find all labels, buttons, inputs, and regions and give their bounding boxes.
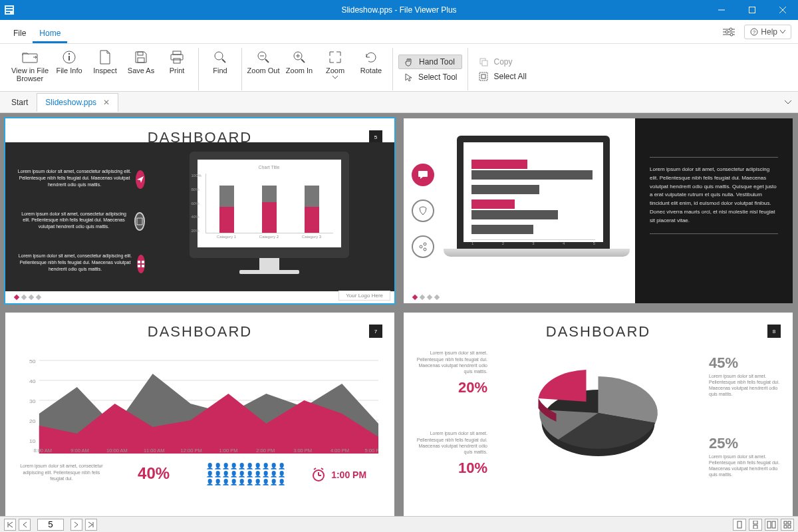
slide-thumbnail[interactable]: DASHBOARD 5 Lorem ipsum dolor sit amet, … (5, 118, 394, 303)
lorem-text: Lorem ipsum dolor sit amet. Pellentesque… (709, 373, 782, 397)
slide-thumbnail[interactable]: DASHBOARD 7 5040302010 8:00 AM9:00 AM10:… (5, 313, 394, 516)
svg-point-11 (730, 28, 732, 31)
close-button[interactable] (767, 0, 798, 20)
svg-rect-74 (753, 525, 757, 529)
stat-percent: 45% (709, 354, 782, 373)
minimize-button[interactable] (706, 0, 737, 20)
view-in-file-browser-button[interactable]: View in File Browser (9, 48, 51, 90)
select-tool-button[interactable]: Select Tool (398, 70, 462, 84)
share-icon (412, 235, 434, 258)
maximize-button[interactable] (737, 0, 767, 20)
tabs-dropdown[interactable] (778, 96, 798, 108)
info-icon (62, 49, 76, 65)
document-tabs: Start Slideshow.pps ✕ (0, 92, 798, 113)
search-icon (213, 49, 227, 65)
svg-text:11:00 AM: 11:00 AM (144, 448, 165, 454)
hand-tool-button[interactable]: Hand Tool (398, 55, 462, 69)
slide-title: DASHBOARD (404, 323, 793, 340)
save-icon (134, 49, 148, 65)
chevron-down-icon (780, 30, 785, 34)
svg-text:12:00 PM: 12:00 PM (181, 448, 202, 454)
slide-title: DASHBOARD (5, 323, 394, 340)
statusbar (0, 516, 798, 532)
svg-text:4:00 PM: 4:00 PM (331, 448, 349, 454)
svg-rect-72 (737, 521, 741, 528)
svg-rect-5 (749, 7, 755, 13)
copy-button[interactable]: Copy (473, 55, 531, 68)
slide-number: 5 (369, 130, 382, 144)
svg-rect-36 (479, 72, 487, 80)
settings-icon[interactable] (723, 27, 735, 37)
svg-point-18 (68, 53, 70, 55)
view-two-page-button[interactable] (765, 519, 778, 531)
find-button[interactable]: Find (203, 48, 237, 90)
app-icon (0, 4, 19, 16)
lorem-text: Lorem ipsum dolor sit amet. Pellentesque… (709, 454, 782, 477)
tab-close-icon[interactable]: ✕ (103, 98, 110, 107)
rotate-icon (364, 49, 378, 65)
svg-text:20: 20 (29, 418, 36, 425)
svg-text:5:00 PM: 5:00 PM (365, 448, 378, 454)
zoom-out-button[interactable]: Zoom Out (246, 48, 281, 90)
svg-rect-76 (772, 521, 775, 528)
document-icon (99, 49, 111, 65)
menu-home[interactable]: Home (33, 23, 67, 43)
first-page-button[interactable] (4, 519, 16, 531)
menubar: File Home ? Help (0, 20, 798, 44)
svg-point-45 (424, 243, 426, 245)
tab-start[interactable]: Start (3, 93, 37, 112)
menu-file[interactable]: File (7, 23, 33, 43)
next-page-button[interactable] (70, 519, 82, 531)
tab-document[interactable]: Slideshow.pps ✕ (37, 93, 118, 112)
svg-rect-35 (482, 61, 487, 66)
svg-point-25 (215, 52, 223, 60)
logo-placeholder: Your Logo Here (338, 291, 390, 301)
inspect-button[interactable]: Inspect (88, 48, 122, 90)
svg-rect-43 (418, 171, 428, 177)
svg-rect-39 (138, 261, 140, 263)
svg-rect-80 (788, 525, 791, 528)
print-button[interactable]: Print (160, 48, 194, 90)
lorem-text: Lorem ipsum dolor sit amet, consectetur … (17, 211, 130, 230)
rotate-button[interactable]: Rotate (354, 48, 388, 90)
slide-viewport[interactable]: DASHBOARD 5 Lorem ipsum dolor sit amet, … (0, 113, 798, 516)
help-button[interactable]: ? Help (744, 25, 791, 39)
prev-page-button[interactable] (19, 519, 31, 531)
view-continuous-button[interactable] (749, 519, 762, 531)
horizontal-bar-chart: 12345 (457, 136, 610, 249)
pie-chart (491, 350, 705, 477)
svg-text:2:00 PM: 2:00 PM (256, 448, 275, 454)
view-grid-button[interactable] (781, 519, 794, 531)
people-icons: 👤👤👤👤👤👤👤👤👤👤👤👤👤👤👤👤👤👤👤👤👤👤👤👤👤👤👤👤👤👤 (203, 463, 289, 486)
cursor-icon (404, 72, 413, 82)
select-all-button[interactable]: Select All (473, 70, 531, 83)
svg-rect-38 (137, 218, 142, 225)
svg-rect-79 (784, 525, 787, 528)
svg-point-13 (730, 33, 733, 36)
svg-rect-24 (174, 59, 180, 63)
svg-point-12 (726, 31, 728, 33)
stat-percent: 10% (414, 459, 487, 478)
view-single-button[interactable] (733, 519, 746, 531)
lorem-text: Lorem ipsum dolor sit amet, consectetur … (19, 463, 104, 481)
copy-icon (479, 57, 488, 66)
lorem-text: Lorem ipsum dolor sit amet, consectetur … (17, 168, 132, 188)
chart-title: Chart Title (205, 165, 333, 170)
zoom-button[interactable]: Zoom (318, 48, 352, 90)
help-icon: ? (750, 28, 758, 36)
page-input[interactable] (37, 519, 64, 531)
window-title: Slideshow.pps - File Viewer Plus (0, 5, 798, 15)
last-page-button[interactable] (85, 519, 97, 531)
svg-rect-3 (6, 12, 10, 13)
svg-rect-21 (138, 58, 144, 63)
chat-icon (412, 164, 434, 186)
save-as-button[interactable]: Save As (124, 48, 158, 90)
slide-thumbnail[interactable]: 12345 Lorem ipsum dolor sit amet, consec… (404, 118, 793, 303)
slide-number: 8 (767, 325, 781, 338)
bar-chart: 100%80%60%40%20% (205, 174, 333, 233)
slide-thumbnail[interactable]: DASHBOARD 8 Lorem ipsum dolor sit amet. … (404, 313, 793, 516)
file-info-button[interactable]: File Info (52, 48, 86, 90)
zoom-in-button[interactable]: Zoom In (282, 48, 317, 90)
svg-point-44 (420, 245, 422, 248)
select-all-icon (479, 72, 488, 81)
